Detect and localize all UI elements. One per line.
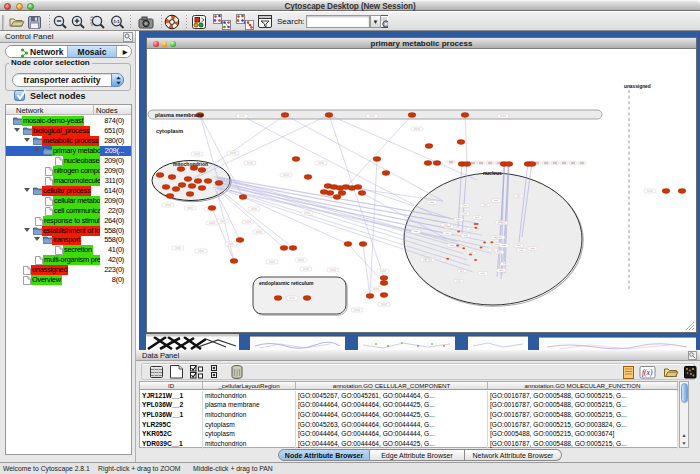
svg-text:unassigned: unassigned (624, 84, 651, 89)
svg-text:endoplasmic reticulum: endoplasmic reticulum (259, 280, 314, 286)
svg-text:nucleus: nucleus (483, 170, 502, 176)
svg-text:cytoplasm: cytoplasm (156, 128, 183, 134)
svg-text:mitochondrion: mitochondrion (173, 161, 208, 167)
svg-text:f(x): f(x) (642, 368, 653, 377)
svg-text:plasma membrane: plasma membrane (155, 112, 203, 118)
svg-text:1:1: 1:1 (113, 19, 120, 24)
